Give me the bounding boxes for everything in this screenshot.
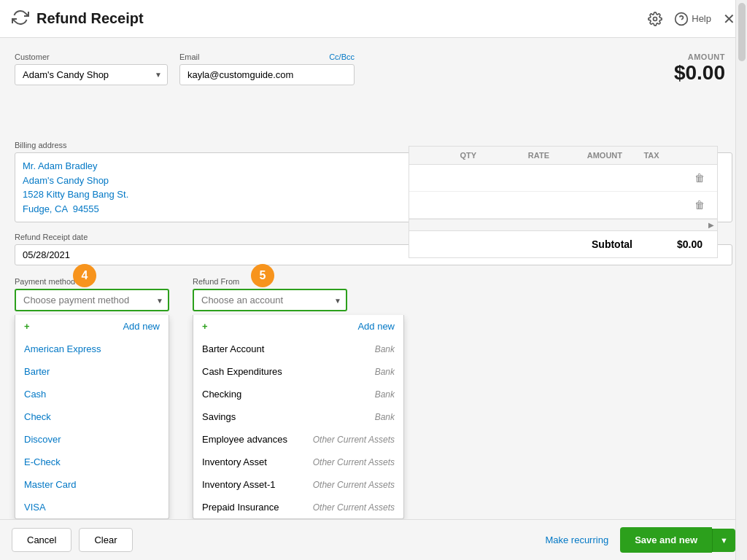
account-add-new[interactable]: + Add new bbox=[193, 315, 403, 338]
email-label-row: Email Cc/Bcc bbox=[179, 52, 355, 61]
account-item-barter-type: Bank bbox=[375, 344, 395, 354]
cc-bcc-link[interactable]: Cc/Bcc bbox=[329, 52, 355, 61]
payment-item-echeck[interactable]: E-Check bbox=[15, 451, 169, 473]
account-item-cash-exp[interactable]: Cash Expenditures Bank bbox=[193, 360, 403, 383]
refund-from-container: 5 Refund From ▼ + Add new Barte bbox=[193, 277, 347, 311]
gear-icon bbox=[648, 12, 662, 26]
header-left: Refund Receipt bbox=[12, 9, 144, 28]
account-item-emp-adv[interactable]: Employee advances Other Current Assets bbox=[193, 428, 403, 451]
payment-item-discover[interactable]: Discover bbox=[15, 428, 169, 451]
account-plus-icon: + bbox=[202, 321, 208, 332]
account-item-cash-exp-name: Cash Expenditures bbox=[202, 366, 282, 377]
badge-5: 5 bbox=[251, 264, 274, 287]
customer-dropdown-wrapper: ▼ bbox=[15, 64, 168, 85]
footer-left: Cancel Clear bbox=[12, 528, 133, 552]
table-scroll-bar: ▶ bbox=[409, 219, 717, 230]
row2-desc[interactable] bbox=[417, 203, 422, 206]
header: Refund Receipt Help ✕ bbox=[0, 0, 747, 38]
payment-item-visa-text: VISA bbox=[24, 502, 46, 513]
payment-item-cash-text: Cash bbox=[24, 389, 46, 400]
refund-from-dropdown-wrapper: ▼ bbox=[193, 289, 347, 311]
payment-item-amex[interactable]: American Express bbox=[15, 338, 169, 360]
badge-4: 4 bbox=[73, 264, 96, 287]
delete-row2-button[interactable]: 🗑 bbox=[694, 199, 705, 211]
help-label: Help bbox=[692, 13, 711, 24]
subtotal-row: Subtotal $0.00 bbox=[409, 230, 717, 257]
account-item-inv-asset1-name: Inventory Asset-1 bbox=[202, 479, 275, 490]
save-and-new-button[interactable]: Save and new bbox=[620, 527, 712, 553]
payment-item-echeck-text: E-Check bbox=[24, 456, 61, 467]
line-items-table: QTY RATE AMOUNT TAX 🗑 bbox=[409, 146, 718, 258]
row2-tax[interactable] bbox=[627, 203, 685, 206]
account-item-barter[interactable]: Barter Account Bank bbox=[193, 338, 403, 360]
payment-item-visa[interactable]: VISA bbox=[15, 496, 169, 518]
payment-item-amex-text: American Express bbox=[24, 343, 101, 354]
account-item-emp-adv-type: Other Current Assets bbox=[313, 435, 395, 445]
email-field-group: Email Cc/Bcc bbox=[179, 52, 355, 85]
refund-from-input[interactable] bbox=[193, 289, 347, 311]
customer-input[interactable] bbox=[15, 64, 168, 85]
payment-add-new-label: Add new bbox=[123, 321, 160, 332]
account-item-cash-exp-type: Bank bbox=[375, 367, 395, 377]
clear-button[interactable]: Clear bbox=[79, 528, 132, 552]
email-label: Email bbox=[179, 52, 200, 61]
row2-delete[interactable]: 🗑 bbox=[685, 198, 714, 212]
close-button[interactable]: ✕ bbox=[723, 12, 735, 26]
col-actions bbox=[681, 151, 710, 160]
scroll-right-icon: ▶ bbox=[708, 221, 714, 229]
page-title: Refund Receipt bbox=[36, 10, 144, 27]
payment-item-cash[interactable]: Cash bbox=[15, 383, 169, 405]
spacer bbox=[15, 97, 732, 141]
col-rate: RATE bbox=[476, 151, 549, 160]
row2-amount[interactable] bbox=[554, 203, 627, 206]
amount-display: AMOUNT $0.00 bbox=[674, 52, 725, 85]
account-item-inv-asset-type: Other Current Assets bbox=[313, 457, 395, 467]
cancel-button[interactable]: Cancel bbox=[12, 528, 71, 552]
plus-icon: + bbox=[24, 321, 30, 332]
account-item-checking[interactable]: Checking Bank bbox=[193, 383, 403, 405]
account-item-checking-name: Checking bbox=[202, 389, 241, 400]
payment-item-mastercard-text: Master Card bbox=[24, 479, 77, 490]
payment-item-barter-text: Barter bbox=[24, 366, 50, 377]
payment-add-new[interactable]: + Add new bbox=[15, 315, 169, 338]
payment-method-input[interactable] bbox=[15, 289, 169, 311]
row1-tax[interactable] bbox=[627, 176, 685, 179]
row1-delete[interactable]: 🗑 bbox=[685, 171, 714, 185]
refund-from-menu: + Add new Barter Account Bank Cash Expen… bbox=[193, 315, 404, 519]
account-item-inv-asset[interactable]: Inventory Asset Other Current Assets bbox=[193, 451, 403, 473]
make-recurring-link[interactable]: Make recurring bbox=[545, 534, 608, 545]
save-dropdown-button[interactable]: ▼ bbox=[712, 529, 735, 552]
customer-email-row: Customer ▼ Email Cc/Bcc bbox=[15, 52, 732, 85]
row1-rate[interactable] bbox=[481, 176, 554, 179]
account-item-inv-asset1[interactable]: Inventory Asset-1 Other Current Assets bbox=[193, 473, 403, 496]
amount-label: AMOUNT bbox=[674, 52, 725, 61]
table-row-2: 🗑 bbox=[409, 192, 717, 219]
footer: Cancel Clear Make recurring Save and new… bbox=[0, 519, 747, 560]
account-item-prepaid[interactable]: Prepaid Insurance Other Current Assets bbox=[193, 496, 403, 518]
account-item-savings-name: Savings bbox=[202, 411, 236, 422]
right-scrollbar[interactable] bbox=[735, 0, 747, 560]
row2-rate[interactable] bbox=[481, 203, 554, 206]
row1-desc[interactable] bbox=[417, 176, 422, 179]
row1-amount[interactable] bbox=[554, 176, 627, 179]
payment-item-barter[interactable]: Barter bbox=[15, 360, 169, 383]
help-button[interactable]: Help bbox=[674, 12, 711, 26]
payment-item-check[interactable]: Check bbox=[15, 405, 169, 428]
delete-row1-button[interactable]: 🗑 bbox=[694, 172, 705, 184]
payment-method-menu: + Add new American Express Barter Cash bbox=[15, 315, 169, 519]
email-input[interactable] bbox=[179, 64, 355, 85]
account-item-inv-asset-name: Inventory Asset bbox=[202, 456, 267, 467]
footer-right: Make recurring Save and new ▼ bbox=[545, 527, 735, 553]
col-tax: TAX bbox=[622, 151, 681, 160]
help-icon bbox=[674, 12, 689, 26]
account-item-savings[interactable]: Savings Bank bbox=[193, 405, 403, 428]
main-window: Refund Receipt Help ✕ AMOUNT bbox=[0, 0, 747, 560]
table-row-1: 🗑 bbox=[409, 165, 717, 192]
payment-section: 4 Payment method ▼ + Add new Am bbox=[15, 277, 732, 311]
row1-qty[interactable] bbox=[422, 176, 481, 179]
row2-qty[interactable] bbox=[422, 203, 481, 206]
account-add-new-label: Add new bbox=[357, 321, 395, 332]
settings-button[interactable] bbox=[648, 12, 662, 26]
payment-item-mastercard[interactable]: Master Card bbox=[15, 473, 169, 496]
header-right: Help ✕ bbox=[648, 12, 735, 26]
